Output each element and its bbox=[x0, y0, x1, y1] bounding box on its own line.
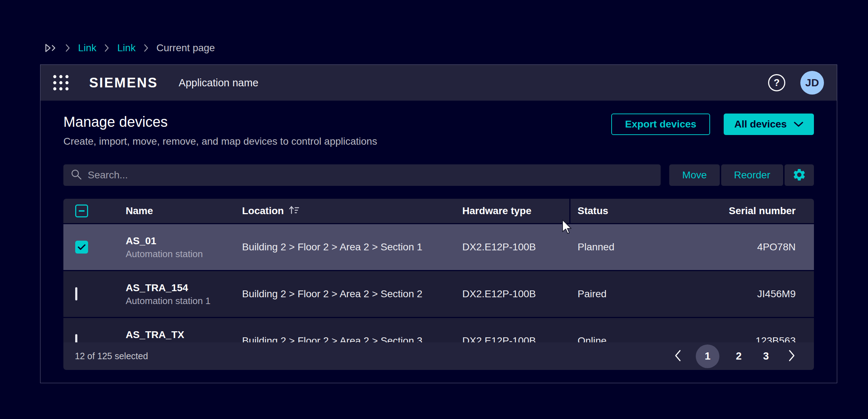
search-input[interactable] bbox=[88, 169, 654, 181]
device-status: Online bbox=[570, 335, 674, 342]
breadcrumb-collapsed-icon[interactable] bbox=[44, 42, 57, 54]
table-row[interactable]: AS_TRA_154 Automation station 1 Building… bbox=[63, 270, 814, 317]
help-icon[interactable]: ? bbox=[768, 74, 785, 91]
move-button[interactable]: Move bbox=[669, 164, 719, 186]
app-switcher-icon[interactable] bbox=[53, 74, 69, 91]
pagination-page-2[interactable]: 2 bbox=[731, 350, 747, 362]
table-row[interactable]: AS_01 Automation station Building 2 > Fl… bbox=[63, 223, 814, 270]
row-checkbox-unchecked[interactable] bbox=[75, 334, 77, 342]
chevron-right-icon bbox=[104, 44, 109, 52]
device-status: Paired bbox=[570, 288, 674, 300]
device-hardware-type: DX2.E12P-100B bbox=[462, 288, 570, 300]
page-title-block: Manage devices Create, import, move, rem… bbox=[63, 114, 377, 147]
device-serial-number: 4PO78N bbox=[674, 241, 814, 253]
pagination-next-button[interactable] bbox=[785, 350, 798, 363]
device-description bbox=[126, 342, 242, 343]
pagination: 1 2 3 bbox=[671, 345, 798, 368]
content-area: Manage devices Create, import, move, rem… bbox=[40, 101, 837, 370]
chevron-right-icon bbox=[788, 350, 795, 363]
selection-count: 12 of 125 selected bbox=[75, 351, 148, 361]
app-header: SIEMENS Application name ? JD bbox=[40, 65, 837, 101]
devices-table: Name Location Hardware type Status Seria… bbox=[63, 199, 814, 342]
column-header-location[interactable]: Location bbox=[242, 204, 462, 218]
avatar[interactable]: JD bbox=[800, 71, 824, 95]
breadcrumb-link-1[interactable]: Link bbox=[78, 42, 96, 54]
breadcrumb-link-2[interactable]: Link bbox=[117, 42, 135, 54]
device-serial-number: 123B563 bbox=[674, 335, 814, 342]
chevron-right-icon bbox=[65, 44, 70, 52]
export-devices-button[interactable]: Export devices bbox=[611, 114, 710, 135]
table-settings-button[interactable] bbox=[785, 164, 814, 186]
reorder-button[interactable]: Reorder bbox=[721, 164, 783, 186]
column-header-serial-number[interactable]: Serial number bbox=[674, 205, 814, 217]
device-name: AS_TRA_TX bbox=[126, 329, 242, 341]
pagination-prev-button[interactable] bbox=[671, 350, 684, 363]
select-all-checkbox[interactable] bbox=[75, 204, 88, 217]
table-header-row: Name Location Hardware type Status Seria… bbox=[63, 199, 814, 223]
column-resize-divider[interactable] bbox=[569, 199, 570, 223]
device-serial-number: JI456M9 bbox=[674, 288, 814, 300]
sort-ascending-icon bbox=[288, 204, 300, 218]
device-scope-dropdown[interactable]: All devices bbox=[724, 114, 814, 135]
row-checkbox-checked[interactable] bbox=[75, 241, 88, 254]
column-header-status[interactable]: Status bbox=[570, 205, 674, 217]
device-hardware-type: DX2.E12P-100B bbox=[462, 241, 570, 253]
device-name: AS_01 bbox=[126, 235, 242, 247]
pagination-page-1[interactable]: 1 bbox=[696, 345, 719, 368]
breadcrumb: Link Link Current page bbox=[44, 39, 215, 57]
device-status: Planned bbox=[570, 241, 674, 253]
row-checkbox-unchecked[interactable] bbox=[75, 287, 77, 300]
device-hardware-type: DX2.E12P-100B bbox=[462, 335, 570, 342]
table-row[interactable]: AS_TRA_TX Building 2 > Floor 2 > Area 2 … bbox=[63, 317, 814, 342]
device-location: Building 2 > Floor 2 > Area 2 > Section … bbox=[242, 288, 462, 300]
device-description: Automation station 1 bbox=[126, 295, 242, 306]
chevron-down-icon bbox=[794, 119, 803, 130]
chevron-right-icon bbox=[144, 44, 149, 52]
column-header-hardware-type[interactable]: Hardware type bbox=[462, 205, 570, 217]
device-location: Building 2 > Floor 2 > Area 2 > Section … bbox=[242, 335, 462, 342]
app-window: SIEMENS Application name ? JD Manage dev… bbox=[40, 64, 837, 383]
table-footer: 12 of 125 selected 1 2 3 bbox=[63, 342, 814, 370]
breadcrumb-current-page: Current page bbox=[156, 42, 215, 54]
column-header-name[interactable]: Name bbox=[126, 205, 242, 217]
application-name: Application name bbox=[179, 77, 258, 89]
device-name: AS_TRA_154 bbox=[126, 282, 242, 294]
pagination-page-3[interactable]: 3 bbox=[758, 350, 774, 362]
device-location: Building 2 > Floor 2 > Area 2 > Section … bbox=[242, 241, 462, 253]
siemens-logo: SIEMENS bbox=[89, 75, 158, 91]
device-description: Automation station bbox=[126, 249, 242, 259]
gear-icon bbox=[792, 168, 806, 183]
page-subtitle: Create, import, move, remove, and map de… bbox=[63, 136, 377, 147]
search-icon bbox=[71, 169, 82, 182]
chevron-left-icon bbox=[674, 350, 681, 363]
search-bar bbox=[63, 164, 661, 186]
page-title: Manage devices bbox=[63, 114, 377, 130]
